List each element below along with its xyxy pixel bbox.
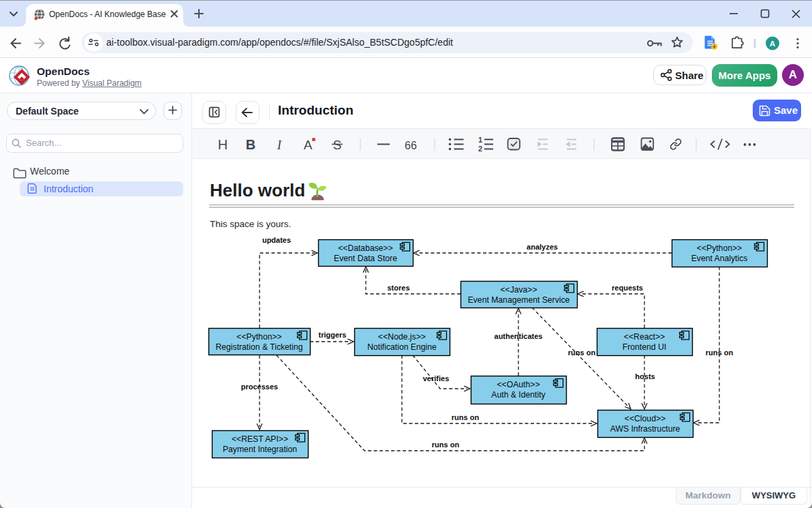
svg-text:processes: processes [241,383,278,391]
svg-text:updates: updates [262,236,291,244]
svg-text:<<OAuth>>: <<OAuth>> [497,380,540,389]
svg-text:Payment Integration: Payment Integration [223,445,297,454]
svg-text:Event Analytics: Event Analytics [691,254,748,263]
svg-text:Registration & Ticketing: Registration & Ticketing [215,342,302,352]
svg-text:<<Java>>: <<Java>> [500,285,537,295]
svg-text:authenticates: authenticates [495,332,543,340]
svg-text:Event Management Service: Event Management Service [468,295,570,305]
svg-text:analyzes: analyzes [527,243,558,251]
svg-text:<<Cloud>>: <<Cloud>> [625,414,666,423]
svg-text:AWS Infrastructure: AWS Infrastructure [610,424,681,434]
svg-text:<<Node.js>>: <<Node.js>> [378,332,426,342]
svg-text:runs on: runs on [568,348,596,357]
svg-text:<<Database>>: <<Database>> [338,243,393,253]
svg-text:Notification Engine: Notification Engine [367,342,437,352]
svg-text:stores: stores [387,284,409,292]
svg-text:Frontend UI: Frontend UI [623,342,666,352]
svg-text:requests: requests [612,284,643,292]
svg-text:Event Data Store: Event Data Store [334,254,397,263]
svg-text:<<Python>>: <<Python>> [236,332,281,342]
svg-text:runs on: runs on [432,440,460,449]
svg-text:<<REST API>>: <<REST API>> [232,434,288,444]
svg-text:<<Python>>: <<Python>> [697,243,742,253]
svg-text:runs on: runs on [452,413,480,421]
svg-text:<<React>>: <<React>> [624,332,665,342]
svg-text:Auth & Identity: Auth & Identity [491,390,546,400]
svg-text:runs on: runs on [706,348,734,357]
svg-text:verifies: verifies [423,374,450,383]
svg-text:triggers: triggers [319,331,347,339]
svg-text:hosts: hosts [635,372,655,380]
